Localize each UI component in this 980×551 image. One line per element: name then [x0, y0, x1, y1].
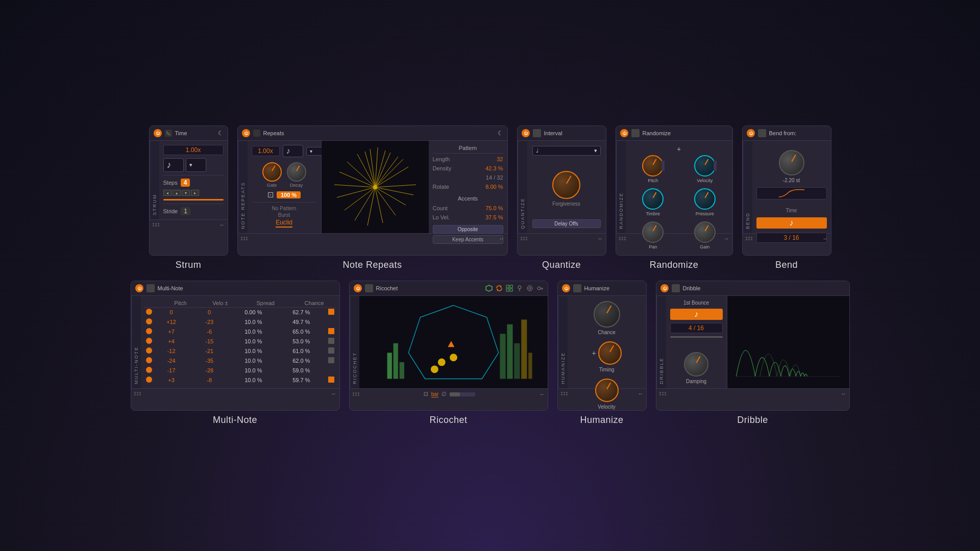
row-pitch[interactable]: -17 [154, 366, 189, 375]
bend-time-note[interactable]: ♪ [756, 217, 827, 229]
row-spread[interactable]: 10.0 % [230, 337, 277, 346]
row-power-btn[interactable] [146, 338, 152, 344]
strum-power-button[interactable] [154, 129, 162, 137]
hum-power-button[interactable] [562, 284, 570, 292]
row-pitch[interactable]: +12 [154, 317, 189, 327]
row-spread[interactable]: 10.0 % [230, 375, 277, 385]
row-pitch[interactable]: 0 [154, 308, 189, 317]
row-power-btn[interactable] [146, 377, 152, 383]
drib-note-btn[interactable]: ♪ [670, 309, 723, 320]
row-velo[interactable]: -35 [189, 356, 230, 366]
row-pitch[interactable]: +4 [154, 337, 189, 346]
q-power-button[interactable] [522, 129, 530, 137]
q-interval-dropdown[interactable]: ♩ ▾ [532, 146, 601, 156]
row-pitch[interactable]: -24 [154, 356, 189, 366]
drib-time-value[interactable]: 4 / 16 [670, 323, 723, 333]
row-velo[interactable]: -6 [189, 327, 230, 337]
row-velo[interactable]: -23 [189, 317, 230, 327]
rand-pitch-knob[interactable] [642, 155, 664, 177]
strum-stride-value[interactable]: 1 [181, 207, 190, 215]
nr-decay-knob[interactable] [287, 162, 306, 182]
row-chance[interactable]: 59.0 % [277, 366, 326, 375]
row-velo[interactable]: -15 [189, 337, 230, 346]
q-forgiveness-knob[interactable] [552, 171, 580, 199]
rico-pin-icon[interactable] [516, 285, 523, 292]
row-power-btn[interactable] [146, 367, 152, 373]
row-power-btn[interactable] [146, 357, 152, 363]
row-power-cell[interactable] [144, 327, 154, 337]
rand-timbre-knob[interactable] [642, 188, 664, 210]
row-power-btn[interactable] [146, 318, 152, 324]
row-power-btn[interactable] [146, 328, 152, 334]
rico-hexagon-icon[interactable] [485, 285, 493, 292]
hum-velocity-knob[interactable] [595, 379, 619, 402]
row-power-cell[interactable] [144, 308, 154, 317]
nr-power-button[interactable] [242, 129, 250, 137]
row-chance[interactable]: 62.7 % [277, 308, 326, 317]
row-chance[interactable]: 62.0 % [277, 356, 326, 366]
row-power-cell[interactable] [144, 375, 154, 385]
rico-grid-icon[interactable] [506, 285, 513, 292]
nr-gate-knob[interactable] [262, 162, 282, 182]
row-spread[interactable]: 10.0 % [230, 366, 277, 375]
rand-pressure-knob[interactable] [694, 188, 716, 210]
row-pitch[interactable]: -12 [154, 346, 189, 356]
drib-power-button[interactable] [660, 284, 669, 292]
nr-no-pattern[interactable]: No Pattern [272, 206, 297, 211]
strum-arrow-2[interactable]: ▴ [173, 190, 181, 196]
row-chance[interactable]: 65.0 % [277, 327, 326, 337]
nr-keep-accents-btn[interactable]: Keep Accents [433, 235, 503, 244]
rand-pan-knob[interactable] [642, 221, 664, 243]
rand-gain-knob[interactable] [694, 221, 716, 243]
rand-velocity-knob[interactable] [694, 155, 716, 177]
strum-arrow-4[interactable]: ▸ [191, 190, 199, 196]
drib-slider[interactable] [670, 336, 723, 338]
strum-rate-display[interactable]: 1.00x [163, 145, 224, 155]
strum-note-dropdown[interactable]: ♪ [163, 158, 184, 172]
row-velo[interactable]: -28 [189, 366, 230, 375]
rand-power-button[interactable] [620, 129, 628, 137]
rico-key-icon[interactable] [536, 285, 544, 292]
rico-power-button[interactable] [354, 284, 362, 292]
rico-bar-label[interactable]: bar [431, 391, 438, 397]
mn-power-button[interactable] [135, 284, 143, 292]
row-power-cell[interactable] [144, 317, 154, 327]
nr-note-dropdown[interactable]: ♪ [283, 145, 303, 157]
row-chance[interactable]: 61.0 % [277, 346, 326, 356]
rico-progress-bar[interactable] [450, 392, 475, 396]
row-spread[interactable]: 10.0 % [230, 346, 277, 356]
row-spread[interactable]: 10.0 % [230, 317, 277, 327]
row-velo[interactable]: -21 [189, 346, 230, 356]
row-spread[interactable]: 10.0 % [230, 356, 277, 366]
row-power-cell[interactable] [144, 337, 154, 346]
strum-arrow-3[interactable]: ▾ [182, 190, 190, 196]
row-power-btn[interactable] [146, 347, 152, 354]
row-power-cell[interactable] [144, 366, 154, 375]
bend-power-button[interactable] [747, 129, 755, 137]
strum-arrow-1[interactable]: ◂ [163, 190, 172, 196]
bend-time-value[interactable]: 3 / 16 [756, 233, 827, 243]
row-power-cell[interactable] [144, 356, 154, 366]
q-delay-offs-btn[interactable]: Delay Offs [532, 219, 601, 228]
rico-refresh-icon[interactable] [496, 285, 503, 292]
nr-dice-pct[interactable]: 100 % [277, 191, 301, 198]
row-spread[interactable]: 0.00 % [230, 308, 277, 317]
strum-mode-dropdown[interactable]: ▾ [186, 158, 206, 172]
strum-steps-value[interactable]: 4 [181, 179, 190, 187]
rico-target-icon[interactable] [526, 285, 533, 292]
bend-knob[interactable] [779, 150, 804, 176]
row-spread[interactable]: 10.0 % [230, 327, 277, 337]
row-pitch[interactable]: +3 [154, 375, 189, 385]
nr-opposite-btn[interactable]: Opposite [433, 225, 503, 234]
row-power-cell[interactable] [144, 346, 154, 356]
nr-euclid[interactable]: Euclid [276, 219, 292, 228]
row-power-btn[interactable] [146, 309, 152, 315]
row-chance[interactable]: 53.0 % [277, 337, 326, 346]
row-velo[interactable]: -8 [189, 375, 230, 385]
nr-rate-display[interactable]: 1.00x [252, 146, 280, 156]
nr-burst[interactable]: Burst [278, 212, 290, 218]
drib-damping-knob[interactable] [684, 352, 708, 377]
hum-timing-knob[interactable] [598, 341, 622, 365]
row-chance[interactable]: 49.7 % [277, 317, 326, 327]
row-pitch[interactable]: +7 [154, 327, 189, 337]
